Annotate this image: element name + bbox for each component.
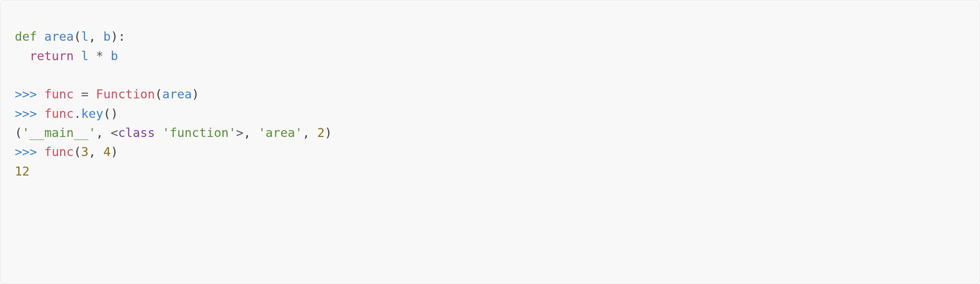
str-area: 'area' — [258, 125, 303, 140]
num-4: 4 — [103, 145, 111, 159]
space — [37, 106, 44, 121]
repl-prompt: >>> — [15, 87, 37, 101]
var-func: func — [44, 145, 74, 159]
op-mul: * — [89, 49, 111, 63]
str-main: '__main__' — [22, 125, 96, 140]
var-b: b — [111, 49, 118, 63]
paren-close: ) — [111, 145, 118, 159]
paren-open: ( — [15, 125, 22, 140]
paren-open: ( — [74, 29, 81, 44]
arg-l: l — [81, 29, 88, 44]
kw-class: class — [118, 125, 155, 140]
dot-op: . — [74, 106, 81, 121]
space — [96, 145, 103, 159]
space — [251, 125, 258, 140]
class-Function: Function — [96, 87, 155, 101]
paren-open: ( — [74, 145, 81, 159]
space — [155, 125, 162, 140]
gt-bracket: > — [236, 125, 243, 140]
code-content: def area(l, b): return l * b >>> func = … — [15, 29, 332, 178]
var-func: func — [44, 87, 74, 101]
num-3: 3 — [81, 145, 88, 159]
lt-bracket: < — [111, 125, 118, 140]
comma: , — [89, 145, 96, 159]
kw-def: def — [15, 29, 37, 44]
var-l: l — [81, 49, 88, 63]
method-key: key — [81, 106, 103, 121]
indent — [15, 49, 30, 63]
comma: , — [89, 29, 96, 44]
space — [96, 29, 103, 44]
paren-close: ) — [111, 106, 118, 121]
kw-return: return — [30, 49, 74, 63]
repl-prompt: >>> — [15, 106, 37, 121]
num-2: 2 — [317, 125, 324, 140]
fn-name-area: area — [44, 29, 74, 44]
output-12: 12 — [15, 164, 30, 179]
code-block: def area(l, b): return l * b >>> func = … — [0, 0, 980, 284]
paren-close: ) — [111, 29, 118, 44]
comma: , — [302, 125, 310, 140]
space — [74, 49, 81, 63]
op-assign: = — [74, 87, 96, 101]
space — [103, 125, 111, 140]
paren-open: ( — [155, 87, 162, 101]
repl-prompt: >>> — [15, 145, 37, 159]
arg-area: area — [162, 87, 192, 101]
arg-b: b — [103, 29, 111, 44]
paren-close: ) — [325, 125, 332, 140]
colon: : — [118, 29, 126, 44]
space — [310, 125, 317, 140]
paren-open: ( — [103, 106, 111, 121]
space — [37, 87, 44, 101]
paren-close: ) — [192, 87, 199, 101]
space — [37, 145, 44, 159]
comma: , — [243, 125, 251, 140]
var-func: func — [44, 106, 74, 121]
comma: , — [96, 125, 103, 140]
str-function: 'function' — [162, 125, 236, 140]
